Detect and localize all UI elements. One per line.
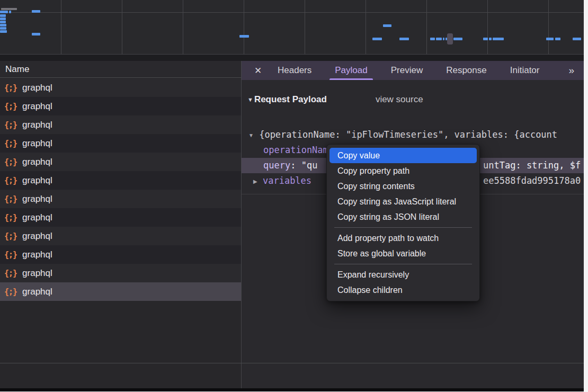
menu-item-add-property-path-to-watch[interactable]: Add property path to watch bbox=[329, 230, 477, 246]
collapse-icon[interactable]: ▼ bbox=[248, 132, 254, 138]
timeline-gridline bbox=[122, 0, 122, 54]
timeline-request-bar bbox=[372, 38, 382, 40]
request-name-label: graphql bbox=[22, 212, 52, 223]
json-braces-icon: {;} bbox=[4, 102, 17, 111]
request-name-label: graphql bbox=[22, 101, 52, 112]
section-title: Request Payload bbox=[254, 94, 327, 105]
tab-overflow-icon[interactable]: » bbox=[568, 65, 584, 76]
name-column-header[interactable]: Name bbox=[0, 61, 241, 78]
timeline-request-bar bbox=[555, 38, 560, 40]
menu-item-collapse-children[interactable]: Collapse children bbox=[329, 282, 477, 298]
property-key: operationName bbox=[263, 145, 334, 155]
timeline-request-bar bbox=[489, 38, 492, 40]
timeline-scale-line bbox=[0, 12, 584, 13]
timeline-request-bar bbox=[430, 38, 435, 40]
page-edge-right bbox=[584, 0, 588, 392]
request-row-graphql[interactable]: {;}graphql bbox=[0, 227, 241, 245]
request-name-label: graphql bbox=[22, 138, 52, 149]
timeline-request-bar bbox=[493, 38, 504, 40]
tab-preview[interactable]: Preview bbox=[382, 61, 431, 80]
menu-item-copy-string-as-json-literal[interactable]: Copy string as JSON literal bbox=[329, 209, 477, 225]
request-name-label: graphql bbox=[22, 120, 52, 130]
timeline-request-bar bbox=[239, 35, 249, 38]
tab-response[interactable]: Response bbox=[438, 61, 495, 80]
view-source-link[interactable]: view source bbox=[376, 94, 423, 105]
request-rows: {;}graphql{;}graphql{;}graphql{;}graphql… bbox=[0, 78, 241, 301]
timeline-gridline bbox=[61, 0, 61, 54]
request-row-graphql[interactable]: {;}graphql bbox=[0, 115, 241, 134]
menu-item-copy-string-as-javascript-literal[interactable]: Copy string as JavaScript literal bbox=[329, 194, 477, 209]
payload-root-row[interactable]: ▼ {operationName: "ipFlowTimeseries", va… bbox=[242, 127, 584, 142]
json-braces-icon: {;} bbox=[4, 287, 17, 297]
context-menu: Copy valueCopy property pathCopy string … bbox=[326, 144, 480, 301]
timeline-request-bar bbox=[0, 14, 6, 17]
request-name-label: graphql bbox=[22, 83, 52, 93]
detail-tabbar: ✕ HeadersPayloadPreviewResponseInitiator… bbox=[242, 61, 584, 80]
network-overview-timeline[interactable] bbox=[0, 0, 584, 54]
json-braces-icon: {;} bbox=[4, 120, 17, 130]
timeline-request-bar bbox=[546, 38, 554, 40]
property-key: query bbox=[263, 160, 290, 171]
timeline-request-bar bbox=[399, 38, 409, 40]
menu-separator bbox=[334, 227, 472, 228]
timeline-gridline bbox=[305, 0, 305, 54]
json-braces-icon: {;} bbox=[4, 157, 17, 167]
timeline-gridline bbox=[244, 0, 244, 54]
request-row-graphql[interactable]: {;}graphql bbox=[0, 208, 241, 227]
timeline-request-bar bbox=[32, 10, 40, 13]
payload-section-header[interactable]: ▼ Request Payload view source bbox=[247, 94, 423, 105]
tab-payload[interactable]: Payload bbox=[326, 61, 376, 80]
request-row-graphql[interactable]: {;}graphql bbox=[0, 97, 241, 115]
json-braces-icon: {;} bbox=[4, 139, 17, 148]
timeline-selection-marker[interactable] bbox=[447, 33, 453, 44]
timeline-gridline bbox=[366, 0, 366, 54]
expand-icon[interactable]: ▶ bbox=[253, 179, 257, 184]
request-row-graphql[interactable]: {;}graphql bbox=[0, 245, 241, 264]
request-row-graphql[interactable]: {;}graphql bbox=[0, 190, 241, 208]
timeline-request-bar bbox=[1, 8, 17, 10]
request-name-label: graphql bbox=[22, 231, 52, 242]
menu-item-store-as-global-variable[interactable]: Store as global variable bbox=[329, 246, 477, 261]
request-row-graphql[interactable]: {;}graphql bbox=[0, 282, 241, 301]
menu-item-expand-recursively[interactable]: Expand recursively bbox=[329, 267, 477, 282]
timeline-gridline bbox=[548, 0, 549, 54]
menu-item-copy-property-path[interactable]: Copy property path bbox=[329, 163, 477, 179]
tab-initiator[interactable]: Initiator bbox=[502, 61, 548, 80]
timeline-request-bar bbox=[0, 24, 6, 26]
timeline-request-bar bbox=[0, 17, 6, 20]
json-braces-icon: {;} bbox=[4, 194, 17, 204]
menu-item-copy-value[interactable]: Copy value bbox=[329, 148, 477, 163]
timeline-gridline bbox=[183, 0, 183, 54]
property-preview-right: ee5588fdad995178a0 bbox=[483, 173, 581, 189]
timeline-bottom-strip bbox=[0, 54, 584, 61]
json-braces-icon: {;} bbox=[4, 83, 17, 93]
json-braces-icon: {;} bbox=[4, 176, 17, 185]
timeline-request-bar bbox=[0, 21, 6, 23]
request-row-graphql[interactable]: {;}graphql bbox=[0, 78, 241, 97]
close-icon[interactable]: ✕ bbox=[253, 65, 263, 76]
request-name-label: graphql bbox=[22, 194, 52, 204]
request-row-graphql[interactable]: {;}graphql bbox=[0, 134, 241, 153]
section-collapse-icon: ▼ bbox=[247, 96, 253, 103]
devtools-network-panel: Name {;}graphql{;}graphql{;}graphql{;}gr… bbox=[0, 0, 588, 392]
request-row-graphql[interactable]: {;}graphql bbox=[0, 171, 241, 190]
tab-headers[interactable]: Headers bbox=[269, 61, 320, 80]
timeline-request-bar bbox=[0, 30, 7, 33]
timeline-request-bar bbox=[32, 33, 40, 35]
request-name-label: graphql bbox=[22, 175, 52, 186]
timeline-request-bar bbox=[483, 38, 488, 40]
request-row-graphql[interactable]: {;}graphql bbox=[0, 153, 241, 171]
request-row-graphql[interactable]: {;}graphql bbox=[0, 264, 241, 282]
menu-item-copy-string-contents[interactable]: Copy string contents bbox=[329, 179, 477, 194]
timeline-request-bar bbox=[453, 38, 462, 40]
property-key: variables bbox=[263, 175, 311, 186]
json-braces-icon: {;} bbox=[4, 250, 17, 260]
request-name-label: graphql bbox=[22, 250, 52, 260]
timeline-request-bar bbox=[443, 38, 444, 40]
json-braces-icon: {;} bbox=[4, 269, 17, 278]
timeline-gridline bbox=[426, 0, 427, 54]
timeline-request-bar bbox=[0, 11, 8, 13]
root-preview-text: {operationName: "ipFlowTimeseries", vari… bbox=[259, 129, 557, 140]
timeline-request-bar bbox=[0, 27, 6, 30]
request-name-label: graphql bbox=[22, 157, 52, 167]
